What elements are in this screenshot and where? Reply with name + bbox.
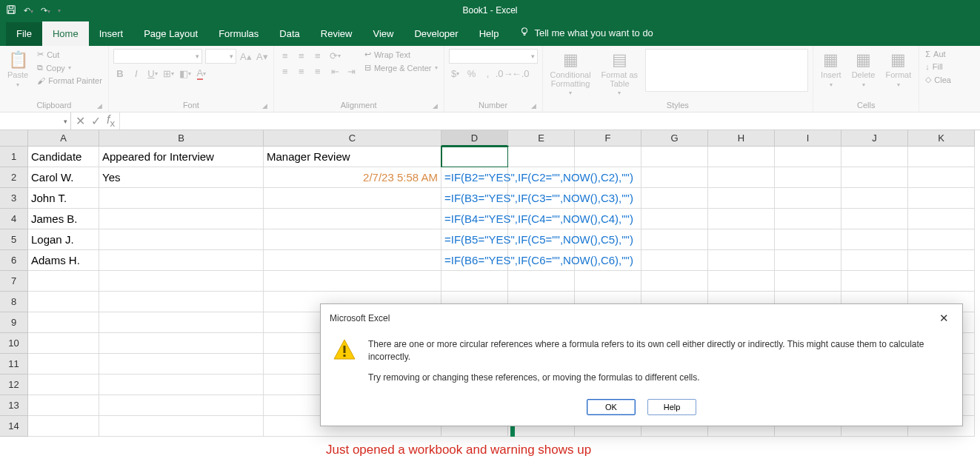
cell-A14[interactable] xyxy=(28,416,99,437)
cell-A8[interactable] xyxy=(28,292,99,312)
cell-G2[interactable] xyxy=(641,167,708,188)
font-launcher-icon[interactable]: ◢ xyxy=(262,102,267,110)
format-cells-button[interactable]: ▦Format▾ xyxy=(882,49,914,90)
cell-H3[interactable] xyxy=(708,188,775,209)
autosum-button[interactable]: ΣAut xyxy=(924,49,947,59)
cell-A12[interactable] xyxy=(28,375,99,395)
align-left-icon[interactable]: ≡ xyxy=(279,64,292,78)
clipboard-launcher-icon[interactable]: ◢ xyxy=(97,102,102,110)
cell-B10[interactable] xyxy=(99,333,264,354)
fill-button[interactable]: ↓Fill xyxy=(924,61,944,72)
cell-F1[interactable] xyxy=(575,147,641,167)
tab-developer[interactable]: Developer xyxy=(404,22,468,46)
underline-icon[interactable]: U▾ xyxy=(146,67,159,80)
cell-D7[interactable] xyxy=(441,271,508,292)
cell-K5[interactable] xyxy=(908,229,975,250)
close-icon[interactable]: ✕ xyxy=(935,310,953,326)
cell-G5[interactable] xyxy=(641,229,708,250)
cell-H1[interactable] xyxy=(708,147,775,167)
column-header-A[interactable]: A xyxy=(28,130,99,147)
cell-A11[interactable] xyxy=(28,354,99,375)
clear-button[interactable]: ◇Clea xyxy=(924,74,953,85)
orientation-icon[interactable]: ⟳▾ xyxy=(329,49,342,62)
borders-icon[interactable]: ⊞▾ xyxy=(162,67,176,80)
cell-C4[interactable] xyxy=(264,209,441,229)
row-header-5[interactable]: 5 xyxy=(0,229,28,250)
tab-view[interactable]: View xyxy=(362,22,404,46)
cancel-formula-icon[interactable]: ✕ xyxy=(76,114,85,128)
cell-D5[interactable]: =IF(B5="YES",IF(C5="",NOW(),C5),"") xyxy=(441,229,508,250)
conditional-formatting-button[interactable]: ▦ Conditional Formatting▾ xyxy=(547,49,594,98)
cell-A4[interactable]: James B. xyxy=(28,209,99,229)
column-header-F[interactable]: F xyxy=(575,130,641,147)
cell-B13[interactable] xyxy=(99,395,264,416)
cell-A10[interactable] xyxy=(28,333,99,354)
cell-G7[interactable] xyxy=(641,271,708,292)
row-header-12[interactable]: 12 xyxy=(0,375,28,395)
row-header-7[interactable]: 7 xyxy=(0,271,28,292)
cell-C7[interactable] xyxy=(264,271,441,292)
cell-B7[interactable] xyxy=(99,271,264,292)
number-launcher-icon[interactable]: ◢ xyxy=(531,102,536,110)
tab-file[interactable]: File xyxy=(6,22,42,46)
tell-me-search[interactable]: Tell me what you want to do xyxy=(509,21,663,46)
percent-icon[interactable]: % xyxy=(465,67,479,80)
number-format-select[interactable] xyxy=(449,49,538,64)
cell-D3[interactable]: =IF(B3="YES",IF(C3="",NOW(),C3),"") xyxy=(441,188,508,209)
font-color-icon[interactable]: A▾ xyxy=(195,67,208,80)
cell-D1[interactable] xyxy=(441,147,508,167)
decrease-indent-icon[interactable]: ⇤ xyxy=(329,64,342,78)
alignment-launcher-icon[interactable]: ◢ xyxy=(433,102,438,110)
cell-A6[interactable]: Adams H. xyxy=(28,250,99,271)
cell-A3[interactable]: John T. xyxy=(28,188,99,209)
insert-cells-button[interactable]: ▦Insert▾ xyxy=(818,49,844,90)
cell-K4[interactable] xyxy=(908,209,975,229)
qat-customize-icon[interactable]: ▾ xyxy=(58,7,61,14)
cell-J1[interactable] xyxy=(841,147,908,167)
cell-A7[interactable] xyxy=(28,271,99,292)
cell-G1[interactable] xyxy=(641,147,708,167)
cell-B12[interactable] xyxy=(99,375,264,395)
cell-B8[interactable] xyxy=(99,292,264,312)
increase-indent-icon[interactable]: ⇥ xyxy=(345,64,359,78)
fill-color-icon[interactable]: ◧▾ xyxy=(179,67,192,80)
cell-B1[interactable]: Appeared for Interview xyxy=(99,147,264,167)
currency-icon[interactable]: $▾ xyxy=(449,67,462,80)
align-right-icon[interactable]: ≡ xyxy=(311,64,324,78)
align-center-icon[interactable]: ≡ xyxy=(295,64,308,78)
cell-C2[interactable]: 2/7/23 5:58 AM xyxy=(264,167,441,188)
cell-C5[interactable] xyxy=(264,229,441,250)
cell-J5[interactable] xyxy=(841,229,908,250)
cell-I3[interactable] xyxy=(775,188,841,209)
column-header-J[interactable]: J xyxy=(841,130,908,147)
cell-B9[interactable] xyxy=(99,312,264,333)
cell-J6[interactable] xyxy=(841,250,908,271)
decrease-font-icon[interactable]: A▾ xyxy=(256,50,269,63)
bold-icon[interactable]: B xyxy=(113,67,127,80)
ok-button[interactable]: OK xyxy=(587,399,636,415)
cell-B11[interactable] xyxy=(99,354,264,375)
align-middle-icon[interactable]: ≡ xyxy=(295,49,308,62)
cell-A1[interactable]: Candidate xyxy=(28,147,99,167)
cell-B3[interactable] xyxy=(99,188,264,209)
comma-icon[interactable]: , xyxy=(481,67,495,80)
cell-H2[interactable] xyxy=(708,167,775,188)
cell-K3[interactable] xyxy=(908,188,975,209)
cell-I7[interactable] xyxy=(775,271,841,292)
help-button[interactable]: Help xyxy=(647,399,696,415)
cell-G6[interactable] xyxy=(641,250,708,271)
delete-cells-button[interactable]: ▦Delete▾ xyxy=(849,49,879,90)
cell-G4[interactable] xyxy=(641,209,708,229)
undo-icon[interactable]: ↶▾ xyxy=(24,6,33,16)
column-header-E[interactable]: E xyxy=(508,130,575,147)
row-header-14[interactable]: 14 xyxy=(0,416,28,437)
cell-I2[interactable] xyxy=(775,167,841,188)
cell-H4[interactable] xyxy=(708,209,775,229)
cell-J4[interactable] xyxy=(841,209,908,229)
cell-D2[interactable]: =IF(B2="YES",IF(C2="",NOW(),C2),"") xyxy=(441,167,508,188)
row-header-9[interactable]: 9 xyxy=(0,312,28,333)
merge-center-button[interactable]: ⊟Merge & Center▾ xyxy=(363,62,439,73)
cell-B14[interactable] xyxy=(99,416,264,437)
row-header-3[interactable]: 3 xyxy=(0,188,28,209)
column-header-G[interactable]: G xyxy=(641,130,708,147)
